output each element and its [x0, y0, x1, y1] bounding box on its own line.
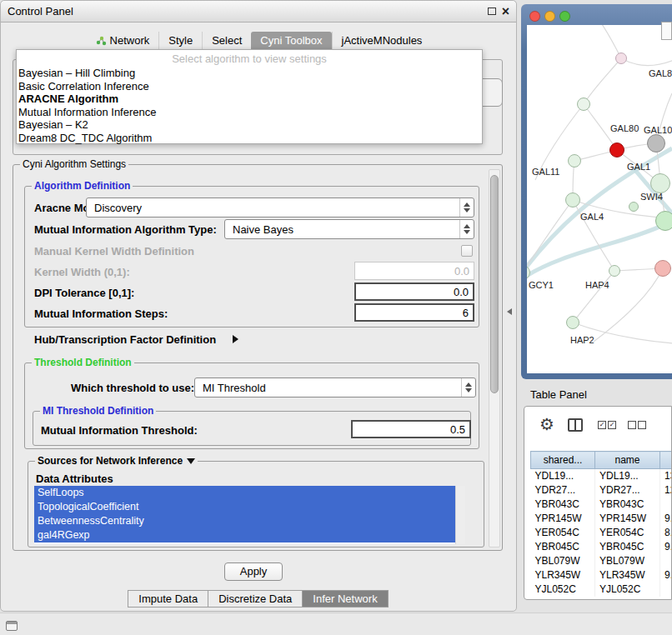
algorithm-option[interactable]: Mutual Information Inference: [17, 106, 482, 119]
zoom-traffic-icon[interactable]: [559, 11, 570, 22]
mi-threshold-input[interactable]: 0.5: [351, 420, 471, 438]
table-row[interactable]: YPR145WYPR145W9.: [531, 512, 672, 526]
algorithm-option[interactable]: Basic Correlation Inference: [17, 80, 482, 93]
select-all-checks-icon[interactable]: ✓✓: [598, 421, 616, 429]
tab-select[interactable]: Select: [202, 32, 251, 50]
column-header[interactable]: shared...: [531, 452, 595, 469]
column-header[interactable]: [660, 452, 672, 469]
kernel-width-label: Kernel Width (0,1):: [34, 266, 130, 278]
network-node[interactable]: [609, 142, 624, 158]
algorithm-option[interactable]: Dream8 DC_TDC Algorithm: [17, 132, 482, 145]
mi-steps-input[interactable]: 6: [354, 303, 474, 322]
network-node[interactable]: [565, 192, 580, 208]
gear-icon[interactable]: ⚙: [539, 414, 554, 434]
deselect-all-checks-icon[interactable]: [628, 421, 646, 429]
table-row[interactable]: YDR27...YDR27...12: [531, 483, 672, 498]
node-label: GAL8: [649, 68, 672, 78]
table-row[interactable]: YJL052CYJL052C: [531, 582, 672, 597]
tab-infer-network[interactable]: Infer Network: [302, 590, 388, 608]
tab-style[interactable]: Style: [158, 32, 202, 50]
table-row[interactable]: YER054CYER054C8.: [531, 526, 672, 540]
table-row[interactable]: YDL19...YDL19...13: [531, 469, 672, 483]
dpi-tolerance-label: DPI Tolerance [0,1]:: [34, 287, 134, 299]
panel-toggle-icon[interactable]: [6, 621, 18, 631]
tab-label: Impute Data: [138, 592, 198, 605]
tab-cyni-toolbox[interactable]: Cyni Toolbox: [251, 32, 331, 50]
network-node[interactable]: [629, 202, 639, 212]
node-label: GAL80: [610, 123, 639, 133]
expand-arrow-icon[interactable]: [233, 335, 238, 343]
node-label: GAL10: [644, 125, 672, 135]
mi-type-select[interactable]: Naive Bayes: [224, 219, 474, 239]
network-canvas[interactable]: GAL8GAL80GAL10GAL11GAL1SWI4GAL4GCY1HAP4H…: [527, 25, 672, 373]
tab-label: Cyni Toolbox: [260, 34, 322, 47]
table-panel-window: ⚙ ✓✓ shared...name YDL19...YDL19...13YDR…: [524, 406, 672, 600]
close-icon[interactable]: ×: [502, 6, 509, 18]
network-node[interactable]: [654, 260, 671, 277]
attributes-scrollbar[interactable]: [455, 486, 465, 544]
data-attributes-label: Data Attributes: [36, 472, 113, 485]
network-scrollbar[interactable]: [661, 22, 672, 40]
tab-impute-data[interactable]: Impute Data: [128, 590, 208, 608]
network-node[interactable]: [655, 211, 672, 231]
minimize-traffic-icon[interactable]: [544, 11, 555, 22]
table-row[interactable]: YBR043CYBR043C: [531, 498, 672, 512]
tab-label: Network: [110, 34, 150, 47]
table-row[interactable]: YBL079WYBL079W: [531, 554, 672, 568]
network-node[interactable]: [566, 316, 579, 329]
data-attribute-item[interactable]: SelfLoops: [34, 486, 455, 500]
column-selector-icon[interactable]: [568, 418, 583, 432]
data-attribute-item[interactable]: BetweennessCentrality: [34, 514, 455, 528]
data-attribute-item[interactable]: TopologicalCoefficient: [34, 500, 455, 514]
node-label: GAL4: [580, 212, 604, 222]
kernel-width-input[interactable]: 0.0: [354, 262, 474, 280]
collapse-arrow-icon[interactable]: [187, 458, 195, 464]
status-strip: [0, 612, 672, 635]
algorithm-option[interactable]: ARACNE Algorithm: [17, 92, 482, 106]
tab-network[interactable]: Network: [86, 32, 159, 50]
control-panel-titlebar: Control Panel ×: [1, 1, 516, 22]
hub-section-label: Hub/Transcription Factor Definition: [34, 333, 216, 346]
group-title: MI Threshold Definition: [40, 405, 156, 417]
table-row[interactable]: YBR045CYBR045C9.: [531, 540, 672, 554]
mi-type-label: Mutual Information Algorithm Type:: [34, 223, 217, 236]
apply-button[interactable]: Apply: [224, 562, 283, 581]
network-node[interactable]: [577, 98, 590, 111]
node-label: GAL11: [532, 167, 559, 177]
network-node[interactable]: [615, 52, 627, 64]
close-traffic-icon[interactable]: [529, 11, 540, 22]
network-node[interactable]: [650, 173, 670, 193]
scrollbar-thumb[interactable]: [490, 175, 499, 393]
node-label: GAL1: [627, 162, 650, 172]
network-node[interactable]: [609, 265, 620, 277]
panel-resize-handle[interactable]: [507, 308, 512, 315]
node-label: SWI4: [640, 192, 663, 202]
window-title: Control Panel: [8, 5, 73, 18]
combo-value: MI Threshold: [203, 382, 266, 394]
table-row[interactable]: YLR345WYLR345W9.: [531, 568, 672, 582]
algorithm-option[interactable]: Bayesian – K2: [17, 118, 482, 132]
field-value: 0.0: [454, 265, 469, 278]
manual-kernel-checkbox[interactable]: [461, 245, 473, 257]
column-header[interactable]: name: [595, 452, 660, 469]
settings-scrollbar[interactable]: [489, 169, 500, 548]
tab-label: Style: [168, 34, 193, 47]
combo-arrows-icon: [459, 198, 474, 217]
network-node[interactable]: [647, 134, 665, 152]
float-window-icon[interactable]: [488, 8, 496, 15]
data-attribute-item[interactable]: gal4RGexp: [34, 528, 455, 542]
algorithm-dropdown: Select algorithm to view settings Bayesi…: [16, 49, 483, 144]
manual-kernel-label: Manual Kernel Width Definition: [34, 245, 194, 258]
algorithm-dropdown-list: Bayesian – Hill ClimbingBasic Correlatio…: [17, 67, 482, 145]
which-threshold-select[interactable]: MI Threshold: [194, 378, 476, 398]
control-panel-window: Control Panel × Network Style Select Cyn…: [0, 0, 517, 612]
network-node[interactable]: [568, 154, 581, 168]
algorithm-option[interactable]: Bayesian – Hill Climbing: [17, 67, 482, 80]
tab-jactivemodules[interactable]: jActiveMNodules: [332, 32, 432, 50]
combo-arrows-icon: [459, 220, 474, 238]
data-attributes-list: SelfLoopsTopologicalCoefficientBetweenne…: [34, 486, 465, 544]
tab-discretize-data[interactable]: Discretize Data: [208, 590, 303, 608]
table-panel-title: Table Panel: [530, 388, 587, 401]
dpi-tolerance-input[interactable]: 0.0: [354, 282, 474, 301]
aracne-mode-select[interactable]: Discovery: [86, 198, 474, 218]
